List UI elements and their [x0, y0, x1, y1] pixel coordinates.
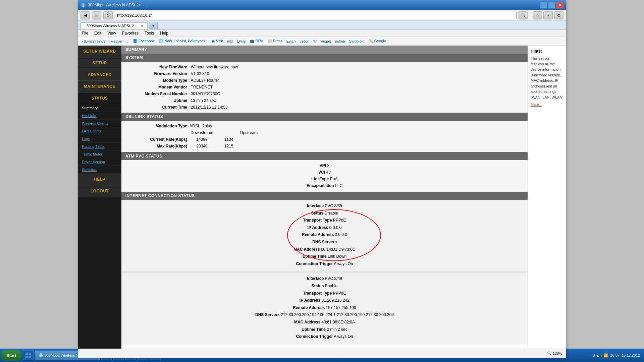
max-downstream: 23340	[189, 144, 215, 148]
bookmark-9[interactable]: veður	[298, 39, 310, 44]
fwver-label: Firmware Version	[128, 71, 189, 76]
dsl-data: Modulation Type ADSL_2plus Downstream Up…	[121, 121, 528, 152]
nav-maintenance[interactable]: MAINTENANCE	[78, 81, 121, 93]
menu-tools[interactable]: Tools	[142, 30, 157, 36]
left-nav: SETUP WIZARD SETUP ADVANCED MAINTENANCE …	[78, 46, 121, 349]
fwver-value: V1.02.810	[191, 71, 209, 76]
back-button[interactable]: ◀	[80, 11, 90, 19]
svg-rect-3	[29, 356, 31, 358]
conn2-status: Status Enable	[128, 283, 521, 290]
bookmark-2[interactable]: 🌐 Náðu í tónlist, kvikmyndir...	[157, 38, 210, 44]
vpi-value: 8	[327, 163, 330, 168]
bookmarks-bar: ♪ [Lyrics] Tears In Heaven -... 📘 Facebo…	[78, 37, 566, 46]
max-rate-label: Max Rate(Kbps)	[128, 144, 189, 148]
atm-header: ATM PVC STATUS	[121, 152, 528, 160]
upstream-header: Upstream	[235, 130, 262, 135]
menu-favorites[interactable]: Favorites	[119, 30, 141, 36]
menu-help[interactable]: Help	[157, 30, 171, 36]
hints-text: This section displays all the device inf…	[531, 56, 564, 100]
bookmark-5[interactable]: DV.is	[236, 39, 247, 44]
internet-header: INTERNET CONNECTION STATUS	[121, 192, 528, 200]
add-favorites-button[interactable]: +	[543, 11, 553, 19]
conn2-data: Interface PVC:8/48 Status Enable Transpo…	[128, 275, 521, 340]
router-page: SETUP WIZARD SETUP ADVANCED MAINTENANCE …	[78, 46, 566, 349]
forward-button[interactable]: ▶	[92, 11, 101, 19]
hints-panel: Hints: This section displays all the dev…	[528, 46, 566, 349]
modem-vendor-label: Modem Vendor	[128, 85, 189, 89]
browser-window: 300Mbps Wireless N ADSL2+ ... ─ □ ✕ ◀ ▶ …	[78, 0, 566, 358]
address-bar: ◀ ▶ ↻ 🔍 ☆ + ⚙	[78, 10, 566, 21]
tab-close-0[interactable]: ✕	[141, 24, 143, 28]
nav-sub-statistics[interactable]: Statistics	[78, 166, 121, 174]
nav-setup[interactable]: SETUP	[78, 57, 121, 69]
nav-setup-wizard[interactable]: SETUP WIZARD	[78, 46, 121, 57]
bookmark-8[interactable]: Eyjan	[285, 39, 297, 44]
favorites-button[interactable]: ☆	[533, 11, 542, 19]
taskbar-desktop-icon[interactable]	[23, 351, 34, 360]
nav-logout[interactable]: LOGOUT	[78, 185, 121, 197]
nav-sub-adsl[interactable]: Adsl Info	[78, 112, 121, 120]
nav-sub-routing[interactable]: Routing Table	[78, 143, 121, 150]
bookmark-7[interactable]: 📰 Press	[266, 38, 284, 44]
nav-sub-driver[interactable]: Driver Version	[78, 158, 121, 166]
nav-sub-wireless[interactable]: Wireless Clients	[78, 120, 121, 127]
uptime-label: Uptime	[128, 98, 189, 103]
sys-tray: IS ▲ ♪ 📶 16:37 16.12.2012	[591, 353, 643, 358]
minimize-button[interactable]: ─	[540, 1, 547, 9]
bookmark-11[interactable]: Vegag	[319, 39, 332, 44]
tab-label-0: 300Mbps Wireless N ADSL 2+...	[87, 24, 139, 28]
nav-advanced[interactable]: ADVANCED	[78, 69, 121, 81]
svg-rect-2	[25, 356, 28, 358]
maximize-button[interactable]: □	[548, 1, 555, 9]
modem-type-row: Modem Type : ADSL2+ Router	[121, 77, 528, 84]
linktype-row: LinkType EoA	[121, 176, 528, 182]
uptime-row: Uptime : 13 min 24 sec	[121, 97, 528, 104]
search-button[interactable]: 🔍	[519, 11, 528, 19]
nav-sub-summary[interactable]: Summary	[78, 104, 121, 112]
speed-header: Downstream Upstream	[121, 129, 528, 136]
browser-tab-0[interactable]: 300Mbps Wireless N ADSL 2+... ✕	[80, 22, 148, 29]
nav-sub-logs[interactable]: Logs	[78, 135, 121, 143]
max-rate-row: Max Rate(Kbps) 23340 1215	[121, 143, 528, 149]
bookmark-0[interactable]: ♪ [Lyrics] Tears In Heaven -...	[80, 39, 130, 44]
browser-status-bar: 🔍 120%	[78, 349, 566, 358]
bookmark-14[interactable]: 🔍 Google	[367, 38, 387, 44]
fw-value: Without new firmware now	[191, 65, 238, 69]
current-rate-label: Current Rate(Kbps)	[128, 137, 189, 142]
modem-type-label: Modem Type	[128, 78, 189, 83]
start-label: Start	[6, 353, 16, 358]
fw-row: New FirmWare : Without new firmware now	[121, 64, 528, 70]
nav-sub-traffic[interactable]: Traffic Meter	[78, 150, 121, 158]
menu-file[interactable]: File	[79, 30, 91, 36]
bookmark-6[interactable]: 📺 RÚV	[248, 38, 264, 44]
close-button[interactable]: ✕	[556, 1, 564, 9]
bookmark-10[interactable]: Yr	[312, 39, 318, 44]
bookmark-13[interactable]: Sambióin	[347, 39, 366, 44]
refresh-button[interactable]: ↻	[103, 11, 113, 19]
bookmark-4[interactable]: mbl	[226, 39, 234, 44]
menu-view[interactable]: View	[105, 30, 119, 36]
system-data: New FirmWare : Without new firmware now …	[121, 62, 528, 113]
modulation-value: ADSL_2plus	[190, 124, 212, 128]
encap-label: Encapsulation	[307, 183, 334, 188]
new-tab-button[interactable]: +	[149, 22, 158, 29]
address-input[interactable]	[115, 12, 517, 19]
current-rate-row: Current Rate(Kbps) 14399 1134	[121, 136, 528, 143]
bookmark-12[interactable]: selma	[334, 39, 346, 44]
settings-button[interactable]: ⚙	[554, 11, 564, 19]
nav-sub-lan[interactable]: LAN Clients	[78, 127, 121, 135]
modem-serial-value: 001AD1D9730C	[191, 92, 220, 96]
curtime-label: Current Time	[128, 105, 189, 110]
linktype-value: EoA	[330, 177, 338, 181]
menu-edit[interactable]: Edit	[92, 30, 104, 36]
bookmark-1[interactable]: 📘 Facebook	[131, 38, 156, 44]
nav-status[interactable]: STATUS	[78, 93, 121, 104]
conn1-transport: Transport Type PPPoE	[128, 217, 521, 224]
conn2-trigger: Connection Trigger Always On	[128, 333, 521, 341]
start-button[interactable]: Start	[1, 350, 21, 361]
summary-header: SUMMARY	[121, 46, 528, 54]
hints-more-link[interactable]: More...	[531, 103, 564, 107]
bookmark-3[interactable]: ▶ Visir	[211, 38, 224, 44]
nav-help[interactable]: HELP	[78, 174, 121, 185]
modem-vendor-row: Modem Vendor : TRENDNET	[121, 84, 528, 90]
